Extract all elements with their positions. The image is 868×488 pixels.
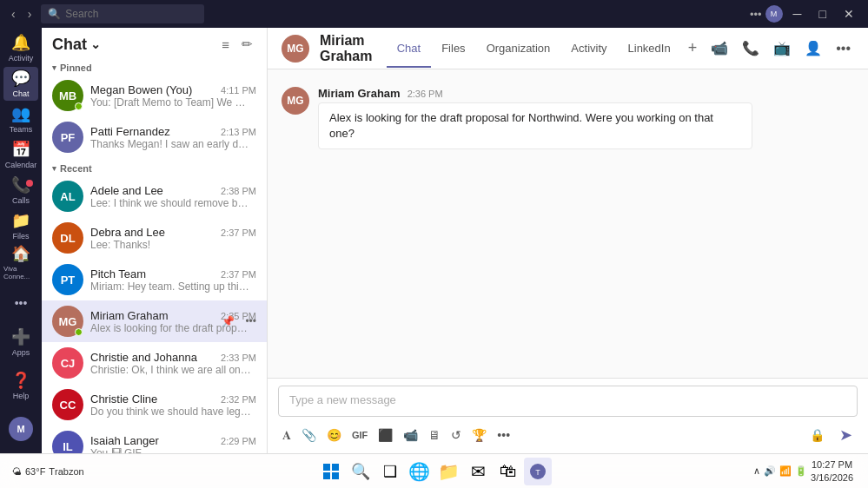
chat-time: 2:33 PM [221, 353, 256, 363]
more-icon: ••• [15, 296, 28, 310]
search-icon: 🔍 [48, 8, 61, 20]
chat-title-text: Chat [52, 36, 87, 54]
format-button[interactable]: 𝐀 [278, 425, 295, 446]
filter-button[interactable]: ≡ [218, 35, 233, 54]
sidebar-item-calls-label: Calls [12, 196, 30, 205]
chat-item-megan-bowen[interactable]: MB Megan Bowen (You) 4:11 PM You: [Draft… [42, 75, 267, 116]
send-button[interactable]: ➤ [834, 422, 858, 448]
sidebar-item-viva[interactable]: 🏠 Viva Conne... [3, 244, 38, 280]
sidebar-item-teams[interactable]: 👥 Teams [3, 102, 38, 136]
chat-time: 2:37 PM [221, 228, 256, 238]
avatar-adele-lee: AL [52, 181, 83, 212]
screenshare-button[interactable]: 📺 [770, 36, 794, 60]
chat-preview: You: [Draft Memo to Team] We are expecti… [90, 96, 251, 109]
new-chat-button[interactable]: ✏ [238, 35, 256, 54]
teams-taskbar-button[interactable]: T [524, 458, 552, 485]
tab-files[interactable]: Files [431, 30, 475, 68]
tab-chat[interactable]: Chat [387, 30, 431, 68]
attach-button[interactable]: 📎 [297, 425, 321, 445]
chat-item-pitch-team[interactable]: PT Pitch Team2:37 PM Miriam: Hey team. S… [42, 259, 267, 300]
chat-item-christie-cline[interactable]: CC Christie Cline2:32 PM Do you think we… [42, 384, 267, 425]
sidebar: 🔔 Activity 💬 Chat 👥 Teams 📅 Calendar 📞 C… [0, 28, 42, 453]
search-taskbar-button[interactable]: 🔍 [347, 458, 374, 485]
chat-name: Christie Cline [90, 392, 157, 406]
explorer-button[interactable]: 📁 [435, 458, 463, 485]
tab-organization[interactable]: Organization [476, 30, 561, 68]
system-battery[interactable]: 🔋 [795, 465, 807, 477]
emoji-button[interactable]: 😊 [322, 425, 346, 445]
chat-item-miriam-graham[interactable]: MG Miriam Graham2:35 PM Alex is looking … [42, 300, 267, 342]
search-input[interactable] [41, 4, 204, 23]
sidebar-item-chat[interactable]: 💬 Chat [3, 67, 38, 101]
screen-button[interactable]: 🖥 [424, 425, 445, 445]
close-button[interactable]: ✕ [837, 5, 861, 23]
chat-item-isaiah-langer[interactable]: IL Isaiah Langer2:29 PM You 🎞 GIF [42, 425, 267, 453]
sidebar-item-viva-label: Viva Conne... [3, 265, 38, 280]
task-view-button[interactable]: ❑ [376, 458, 404, 485]
chat-name-row: Patti Fernandez 2:13 PM [90, 125, 256, 138]
edge-button[interactable]: 🌐 [406, 458, 434, 485]
praise-button[interactable]: 🏆 [467, 425, 491, 445]
gif-button[interactable]: GIF [348, 426, 372, 444]
system-volume[interactable]: 🔊 [764, 465, 776, 477]
avatar-debra-lee: DL [52, 222, 83, 254]
send-area: 🔒 ➤ [805, 422, 858, 448]
chat-item-adele-lee[interactable]: AL Adele and Lee2:38 PM Lee: I think we … [42, 175, 267, 217]
chat-preview: Christie: Ok, I think we are all on the … [90, 364, 251, 376]
add-tab-button[interactable]: + [681, 39, 705, 57]
sticker-button[interactable]: ⬛ [374, 425, 397, 445]
system-chevron-up[interactable]: ∧ [753, 465, 760, 477]
chat-item-patti-fernandez[interactable]: PF Patti Fernandez 2:13 PM Thanks Megan!… [42, 116, 267, 158]
audio-call-button[interactable]: 📞 [739, 36, 763, 60]
avatar-miriam-graham: MG [52, 306, 83, 337]
pinned-section-label: ▾ Pinned [42, 57, 267, 75]
chat-title-chevron[interactable]: ⌄ [90, 37, 101, 51]
chat-info-pitch-team: Pitch Team2:37 PM Miriam: Hey team. Sett… [90, 267, 256, 293]
meet-now-button[interactable]: 📹 [399, 425, 422, 445]
mail-button[interactable]: ✉ [465, 458, 493, 485]
system-network[interactable]: 📶 [779, 465, 792, 477]
minimize-button[interactable]: ─ [786, 5, 809, 23]
chat-info-isaiah-langer: Isaiah Langer2:29 PM You 🎞 GIF [90, 434, 256, 454]
chat-action-pin[interactable]: 📌 [218, 313, 238, 329]
message-avatar: MG [282, 87, 309, 115]
encryption-button[interactable]: 🔒 [805, 425, 829, 445]
avatar-patti-fernandez: PF [52, 122, 83, 153]
chat-name-row: Megan Bowen (You) 4:11 PM [90, 83, 256, 96]
avatar-christie-cline: CC [52, 389, 83, 420]
search-wrapper: 🔍 [41, 4, 204, 23]
message-input-box[interactable]: Type a new message [278, 386, 858, 417]
user-avatar-sidebar[interactable]: M [3, 408, 38, 450]
maximize-button[interactable]: □ [812, 5, 833, 23]
chat-action-more[interactable]: ••• [242, 313, 260, 329]
sidebar-item-help[interactable]: ❓ Help [3, 365, 38, 406]
nav-back-button[interactable]: ‹ [7, 5, 20, 23]
recent-chevron: ▾ [52, 164, 56, 173]
nav-forward-button[interactable]: › [23, 5, 36, 23]
sidebar-item-calls[interactable]: 📞 Calls [3, 173, 38, 207]
chat-time: 2:38 PM [221, 186, 256, 196]
add-people-button[interactable]: 👤 [801, 36, 825, 60]
sidebar-more-button[interactable]: ••• [3, 286, 38, 320]
tab-activity[interactable]: Activity [560, 30, 617, 68]
taskbar-right: ∧ 🔊 📶 🔋 10:27 PM 3/16/2026 [753, 458, 861, 484]
sidebar-item-files[interactable]: 📁 Files [3, 208, 38, 242]
more-toolbar-button[interactable]: ••• [493, 425, 514, 445]
more-actions-button[interactable]: ••• [832, 37, 854, 60]
start-button[interactable] [317, 458, 345, 485]
video-call-button[interactable]: 📹 [707, 36, 732, 60]
chat-item-debra-lee[interactable]: DL Debra and Lee2:37 PM Lee: Thanks! [42, 217, 267, 259]
sidebar-item-apps[interactable]: ➕ Apps [3, 321, 38, 363]
more-options-button[interactable]: ••• [750, 8, 762, 21]
loop-button[interactable]: ↺ [447, 425, 466, 445]
store-button[interactable]: 🛍 [494, 458, 522, 485]
chat-item-christie-johanna[interactable]: CJ Christie and Johanna2:33 PM Christie:… [42, 342, 267, 384]
sidebar-item-calendar[interactable]: 📅 Calendar [3, 138, 38, 172]
chat-name: Adele and Lee [90, 184, 163, 197]
sidebar-item-activity[interactable]: 🔔 Activity [3, 31, 38, 65]
system-clock[interactable]: 10:27 PM 3/16/2026 [811, 458, 853, 484]
weather-widget[interactable]: 🌤 63°F Тrabzon [7, 466, 89, 477]
tab-linkedin[interactable]: LinkedIn [618, 30, 681, 68]
chat-time: 2:29 PM [221, 436, 256, 446]
user-avatar-tb[interactable]: M [765, 5, 783, 23]
